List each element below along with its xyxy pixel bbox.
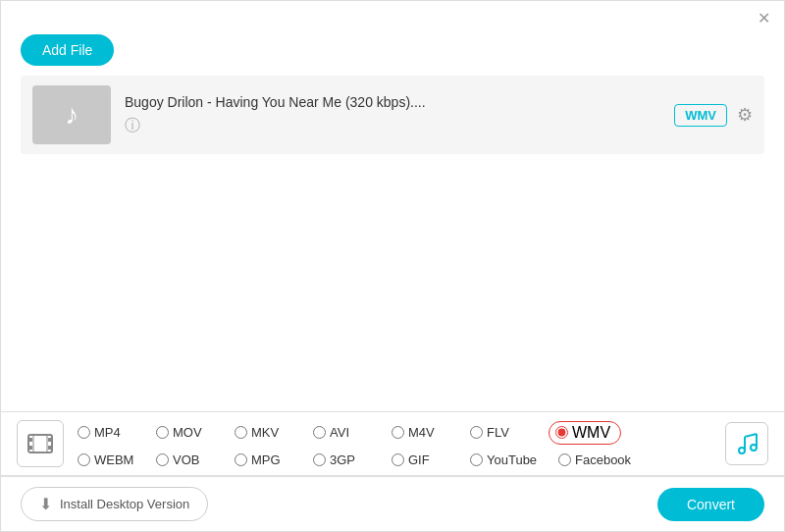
format-option-wmv[interactable]: WMV <box>549 421 621 445</box>
format-option-vob[interactable]: VOB <box>156 452 235 467</box>
format-option-3gp[interactable]: 3GP <box>313 452 392 467</box>
title-bar: ✕ <box>1 1 784 30</box>
file-actions: WMV ⚙ <box>674 104 753 127</box>
format-badge[interactable]: WMV <box>674 104 727 127</box>
music-icon: ♪ <box>65 99 78 131</box>
info-icon[interactable]: ⓘ <box>125 117 140 133</box>
audio-icon <box>725 422 768 465</box>
toolbar: Add File <box>1 30 784 76</box>
svg-rect-4 <box>48 446 52 450</box>
app-window: ✕ Add File ♪ Bugoy Drilon - Having You N… <box>1 1 784 531</box>
file-info: Bugoy Drilon - Having You Near Me (320 k… <box>125 94 660 136</box>
svg-rect-3 <box>48 438 52 442</box>
svg-line-11 <box>745 434 757 437</box>
format-option-m4v[interactable]: M4V <box>392 421 470 445</box>
format-bar: MP4 MOV MKV AVI M4V FLV WM <box>1 411 784 476</box>
file-name: Bugoy Drilon - Having You Near Me (320 k… <box>125 94 660 110</box>
format-option-avi[interactable]: AVI <box>313 421 392 445</box>
format-option-mkv[interactable]: MKV <box>235 421 313 445</box>
close-button[interactable]: ✕ <box>755 9 772 27</box>
content-spacer <box>1 154 784 411</box>
settings-icon[interactable]: ⚙ <box>737 104 753 126</box>
format-option-youtube[interactable]: YouTube <box>470 452 558 467</box>
format-option-mpg[interactable]: MPG <box>235 452 313 467</box>
svg-rect-1 <box>28 438 32 442</box>
format-option-mp4[interactable]: MP4 <box>78 421 156 445</box>
format-options-grid: MP4 MOV MKV AVI M4V FLV WM <box>78 421 715 467</box>
film-icon <box>26 430 54 457</box>
format-option-mov[interactable]: MOV <box>156 421 235 445</box>
install-desktop-button[interactable]: ⬇ Install Desktop Version <box>21 487 208 521</box>
file-item: ♪ Bugoy Drilon - Having You Near Me (320… <box>21 76 764 154</box>
format-option-facebook[interactable]: Facebook <box>558 452 647 467</box>
svg-rect-2 <box>28 446 32 450</box>
download-icon: ⬇ <box>39 495 52 513</box>
format-option-flv[interactable]: FLV <box>470 421 549 445</box>
add-file-button[interactable]: Add File <box>21 34 114 66</box>
svg-rect-0 <box>28 435 52 452</box>
format-option-webm[interactable]: WEBM <box>78 452 156 467</box>
convert-button[interactable]: Convert <box>657 488 764 521</box>
format-option-gif[interactable]: GIF <box>392 452 470 467</box>
file-list: ♪ Bugoy Drilon - Having You Near Me (320… <box>1 76 784 154</box>
install-label: Install Desktop Version <box>60 497 189 511</box>
file-thumbnail: ♪ <box>32 85 111 144</box>
bottom-bar: ⬇ Install Desktop Version Convert <box>1 476 784 531</box>
video-format-icon <box>17 420 64 467</box>
